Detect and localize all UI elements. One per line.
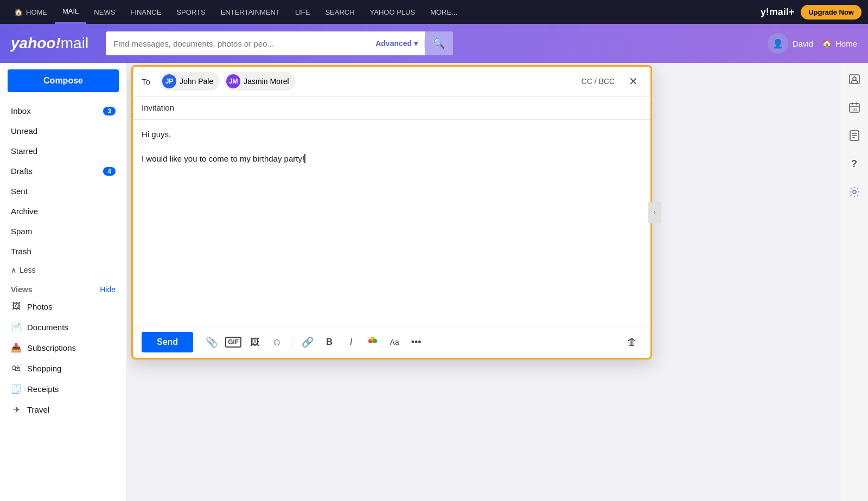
sidebar-item-photos[interactable]: 🖼 Photos [0,296,126,317]
chevron-down-icon: ▾ [414,39,418,48]
trash-icon: 🗑 [627,337,637,348]
yahoo-mail-logo: yahoo!mail [11,35,88,52]
sidebar-item-trash[interactable]: Trash [0,241,126,261]
attach-button[interactable]: 📎 [202,332,221,352]
recipient-jasmin-morel[interactable]: JM Jasmin Morel [224,72,295,91]
more-options-button[interactable]: ••• [406,332,426,352]
compose-button[interactable]: Compose [8,69,119,92]
avatar-icon: 👤 [773,38,783,49]
compose-toolbar: Send 📎 GIF 🖼 ☺ 🔗 B [133,326,650,358]
search-button[interactable]: 🔍 [425,31,453,55]
more-icon: ••• [411,337,422,348]
header-bar: yahoo!mail Advanced ▾ 🔍 👤 David 🏠 Home [0,24,868,63]
sidebar-item-receipts[interactable]: 🧾 Receipts [0,378,126,399]
subscriptions-icon: 📥 [11,342,22,353]
search-input[interactable] [106,39,369,48]
delete-compose-button[interactable]: 🗑 [622,332,642,352]
photos-icon: 🖼 [11,301,22,312]
nav-home[interactable]: 🏠 HOME [7,0,55,24]
compose-to-row: To JP John Pale JM Jasmin Morel CC / BCC… [133,67,650,97]
recipient-avatar-jasmin: JM [226,74,240,88]
link-icon: 🔗 [302,336,314,348]
home-icon: 🏠 [822,38,832,48]
settings-panel-icon[interactable] [845,182,864,202]
body-line2: I would like you to come to my birthday … [142,153,642,165]
user-profile[interactable]: 👤 David [768,33,813,54]
bold-button[interactable]: B [320,332,339,352]
chevron-right-icon: › [654,209,656,216]
home-icon: 🏠 [14,8,23,16]
color-button[interactable] [363,332,382,352]
sidebar-item-archive[interactable]: Archive [0,201,126,221]
nav-mail[interactable]: MAIL [55,0,86,24]
compose-recipients: JP John Pale JM Jasmin Morel [160,72,576,91]
recipient-avatar-john: JP [162,74,176,88]
main-layout: Compose Inbox 3 Unread Starred Drafts 4 … [0,63,868,501]
compose-body[interactable]: Hi guys, I would like you to come to my … [133,120,650,326]
sidebar-item-sent[interactable]: Sent [0,181,126,201]
contacts-panel-icon[interactable] [845,69,864,89]
sidebar-item-unread[interactable]: Unread [0,121,126,141]
right-panel: 31 ? [840,63,868,501]
sidebar-item-inbox[interactable]: Inbox 3 [0,101,126,121]
sidebar-item-subscriptions[interactable]: 📥 Subscriptions [0,337,126,358]
color-icon [368,336,378,349]
svg-text:31: 31 [853,107,857,111]
italic-button[interactable]: I [341,332,361,352]
sidebar-item-spam[interactable]: Spam [0,221,126,241]
less-toggle[interactable]: ∧ Less [0,261,126,279]
sticker-icon: 🖼 [250,337,260,348]
nav-more[interactable]: MORE... [423,0,465,24]
sidebar-item-drafts[interactable]: Drafts 4 [0,161,126,181]
subject-input[interactable] [142,103,642,112]
nav-news[interactable]: NEWS [86,0,123,24]
home-link[interactable]: 🏠 Home [822,38,857,48]
gif-icon: GIF [225,337,241,348]
views-section: Views Hide [0,279,126,296]
help-panel-icon[interactable]: ? [845,154,864,174]
top-nav: 🏠 HOME MAIL NEWS FINANCE SPORTS ENTERTAI… [0,0,868,24]
compose-window: To JP John Pale JM Jasmin Morel CC / BCC… [131,65,652,359]
emoji-icon: ☺ [272,337,282,348]
sidebar-item-travel[interactable]: ✈ Travel [0,399,126,420]
toolbar-divider-1 [292,336,292,349]
sidebar: Compose Inbox 3 Unread Starred Drafts 4 … [0,63,127,501]
hide-views-button[interactable]: Hide [100,285,116,294]
sticker-button[interactable]: 🖼 [245,332,265,352]
search-container: Advanced ▾ 🔍 [106,31,453,55]
sidebar-item-starred[interactable]: Starred [0,141,126,161]
documents-icon: 📄 [11,322,22,332]
notes-panel-icon[interactable] [845,126,864,145]
search-icon: 🔍 [433,37,445,49]
font-size-button[interactable]: Aa [385,332,404,352]
upgrade-button[interactable]: Upgrade Now [801,5,861,20]
nav-search[interactable]: SEARCH [317,0,362,24]
nav-entertainment[interactable]: ENTERTAINMENT [213,0,288,24]
ymail-logo: y!mail+ [761,7,795,18]
nav-yahooplus[interactable]: YAHOO PLUS [362,0,423,24]
emoji-button[interactable]: ☺ [267,332,286,352]
compose-close-button[interactable]: ✕ [624,73,642,90]
chevron-up-icon: ∧ [11,266,16,274]
compose-subject-row [133,97,650,120]
cc-bcc-button[interactable]: CC / BCC [582,77,615,86]
search-advanced-button[interactable]: Advanced ▾ [369,39,425,48]
send-button[interactable]: Send [142,332,193,352]
nav-finance[interactable]: FINANCE [123,0,169,24]
nav-life[interactable]: LIFE [288,0,317,24]
sidebar-item-shopping[interactable]: 🛍 Shopping [0,358,126,378]
gif-button[interactable]: GIF [224,332,243,352]
sidebar-item-documents[interactable]: 📄 Documents [0,317,126,337]
drafts-badge: 4 [103,167,116,176]
font-icon: Aa [390,338,399,346]
recipient-john-pale[interactable]: JP John Pale [160,72,220,91]
nav-sports[interactable]: SPORTS [169,0,213,24]
receipts-icon: 🧾 [11,383,22,394]
body-line1: Hi guys, [142,129,642,141]
text-cursor [304,154,305,163]
svg-point-14 [853,190,856,194]
shopping-icon: 🛍 [11,363,22,374]
expand-button[interactable]: › [648,202,661,223]
link-button[interactable]: 🔗 [298,332,317,352]
calendar-panel-icon[interactable]: 31 [845,98,864,117]
